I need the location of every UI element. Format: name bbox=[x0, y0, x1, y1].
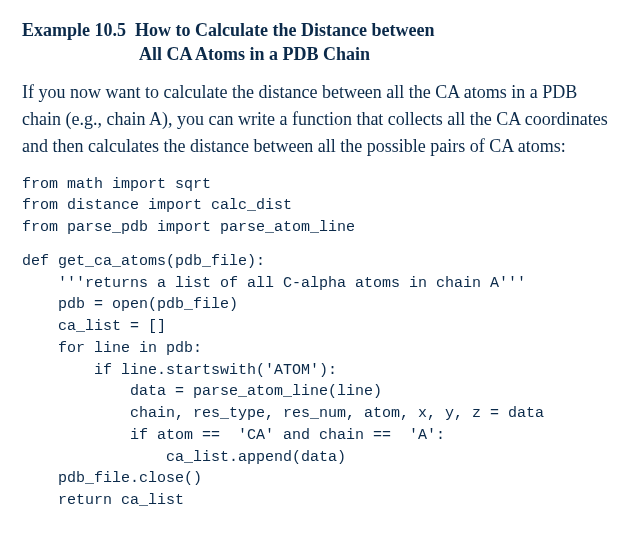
code-function: def get_ca_atoms(pdb_file): '''returns a… bbox=[22, 251, 610, 512]
code-imports: from math import sqrt from distance impo… bbox=[22, 174, 610, 239]
example-title-line1: How to Calculate the Distance between bbox=[135, 20, 434, 40]
example-label: Example 10.5 bbox=[22, 20, 126, 40]
example-title-line2: All CA Atoms in a PDB Chain bbox=[22, 42, 610, 66]
example-heading: Example 10.5 How to Calculate the Distan… bbox=[22, 18, 610, 67]
intro-paragraph: If you now want to calculate the distanc… bbox=[22, 79, 610, 160]
